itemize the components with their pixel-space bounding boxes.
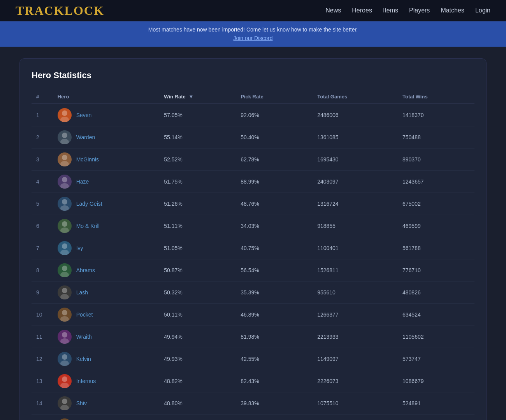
svg-point-24 [62, 376, 67, 382]
cell-num: 13 [32, 370, 53, 392]
cell-num: 9 [32, 281, 53, 303]
cell-num: 3 [32, 148, 53, 170]
hero-name-link[interactable]: Warden [76, 134, 95, 140]
cell-totalgames: 1316724 [313, 192, 398, 215]
cell-pickrate: 39.83% [236, 392, 313, 414]
cell-hero: Warden [53, 126, 160, 148]
hero-name-link[interactable]: Shiv [76, 400, 87, 406]
hero-avatar [58, 130, 72, 144]
cell-hero: Haze [53, 170, 160, 192]
cell-num: 6 [32, 215, 53, 237]
main-content: Hero Statistics # Hero Win Rate ▼ Pick R… [0, 47, 506, 420]
hero-name-link[interactable]: Lash [76, 289, 88, 296]
svg-point-20 [62, 332, 67, 338]
cell-totalwins: 1418370 [398, 104, 474, 126]
svg-point-15 [60, 272, 69, 277]
hero-avatar [58, 241, 72, 255]
cell-pickrate: 50.40% [236, 126, 313, 148]
nav-login[interactable]: Login [475, 7, 490, 14]
hero-name-link[interactable]: Wraith [76, 334, 92, 340]
table-row: 2 Warden 55.14% 50.40% 1361085 750488 [32, 126, 474, 148]
cell-num: 10 [32, 303, 53, 326]
col-header-winrate[interactable]: Win Rate ▼ [159, 90, 236, 104]
hero-avatar [58, 352, 72, 366]
svg-point-25 [60, 383, 69, 388]
cell-pickrate: 62.78% [236, 148, 313, 170]
table-row: 14 Shiv 48.80% 39.83% 1075510 524891 [32, 392, 474, 414]
cell-hero: Ivy [53, 237, 160, 259]
cell-winrate: 49.93% [159, 348, 236, 370]
table-row: 15 Dynamo 48.51% 47.93% 1294222 627861 [32, 414, 474, 420]
svg-point-7 [60, 183, 69, 189]
discord-link[interactable]: Join our Discord [233, 35, 272, 41]
cell-pickrate: 42.55% [236, 348, 313, 370]
cell-totalwins: 469599 [398, 215, 474, 237]
svg-point-14 [62, 266, 67, 271]
hero-name-link[interactable]: Lady Geist [76, 201, 102, 207]
svg-point-18 [62, 310, 67, 315]
hero-name-link[interactable]: Infernus [76, 378, 96, 384]
hero-avatar [58, 175, 72, 189]
svg-point-1 [60, 117, 69, 122]
cell-totalgames: 1294222 [313, 414, 398, 420]
svg-point-0 [62, 110, 67, 116]
table-row: 7 Ivy 51.05% 40.75% 1100401 561788 [32, 237, 474, 259]
hero-name-link[interactable]: Haze [76, 178, 89, 185]
hero-name-link[interactable]: Pocket [76, 312, 93, 318]
cell-totalgames: 1526811 [313, 259, 398, 281]
cell-totalgames: 1266377 [313, 303, 398, 326]
sort-arrow-icon: ▼ [188, 94, 193, 100]
cell-totalgames: 955610 [313, 281, 398, 303]
cell-num: 11 [32, 326, 53, 348]
table-row: 11 Wraith 49.94% 81.98% 2213933 1105602 [32, 326, 474, 348]
svg-point-11 [60, 228, 69, 233]
cell-winrate: 50.11% [159, 303, 236, 326]
nav-news[interactable]: News [325, 7, 341, 14]
cell-hero: Shiv [53, 392, 160, 414]
hero-avatar [58, 396, 72, 410]
table-row: 10 Pocket 50.11% 46.89% 1266377 634524 [32, 303, 474, 326]
card-title: Hero Statistics [32, 70, 474, 80]
cell-hero: Pocket [53, 303, 160, 326]
hero-avatar [58, 418, 72, 420]
cell-num: 1 [32, 104, 53, 126]
hero-name-link[interactable]: Mo & Krill [76, 223, 100, 229]
hero-avatar [58, 219, 72, 233]
table-row: 4 Haze 51.75% 88.99% 2403097 1243657 [32, 170, 474, 192]
nav-players[interactable]: Players [409, 7, 430, 14]
svg-point-21 [60, 338, 69, 344]
cell-num: 7 [32, 237, 53, 259]
cell-totalgames: 918855 [313, 215, 398, 237]
hero-name-link[interactable]: Abrams [76, 267, 95, 273]
cell-totalwins: 776710 [398, 259, 474, 281]
table-row: 12 Kelvin 49.93% 42.55% 1149097 573747 [32, 348, 474, 370]
cell-winrate: 48.82% [159, 370, 236, 392]
nav-matches[interactable]: Matches [441, 7, 464, 14]
hero-stats-card: Hero Statistics # Hero Win Rate ▼ Pick R… [19, 58, 487, 420]
cell-hero: Infernus [53, 370, 160, 392]
svg-point-3 [60, 139, 69, 144]
cell-totalgames: 2486006 [313, 104, 398, 126]
svg-point-2 [62, 133, 67, 138]
hero-name-link[interactable]: McGinnis [76, 156, 99, 163]
hero-avatar [58, 308, 72, 322]
col-header-hero: Hero [53, 90, 160, 104]
cell-num: 8 [32, 259, 53, 281]
cell-totalwins: 890370 [398, 148, 474, 170]
hero-avatar [58, 152, 72, 166]
cell-totalwins: 1243657 [398, 170, 474, 192]
hero-name-link[interactable]: Kelvin [76, 356, 91, 362]
cell-totalwins: 750488 [398, 126, 474, 148]
cell-hero: Abrams [53, 259, 160, 281]
hero-name-link[interactable]: Ivy [76, 245, 83, 251]
cell-winrate: 55.14% [159, 126, 236, 148]
nav-items[interactable]: Items [383, 7, 398, 14]
svg-point-12 [62, 243, 67, 249]
cell-winrate: 50.32% [159, 281, 236, 303]
cell-pickrate: 34.03% [236, 215, 313, 237]
cell-pickrate: 56.54% [236, 259, 313, 281]
cell-totalwins: 561788 [398, 237, 474, 259]
nav: News Heroes Items Players Matches Login [325, 7, 490, 14]
nav-heroes[interactable]: Heroes [352, 7, 372, 14]
hero-name-link[interactable]: Seven [76, 112, 92, 118]
